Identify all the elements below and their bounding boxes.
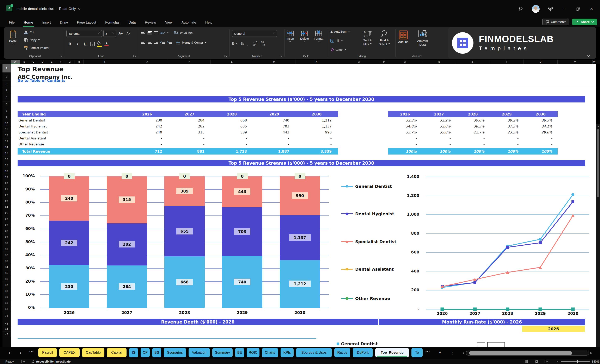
align-bottom-icon[interactable] <box>154 31 159 35</box>
chevron-down-icon[interactable] <box>348 31 350 33</box>
table-cell[interactable]: 655 <box>211 123 253 129</box>
pct-total-cell[interactable]: 100% <box>456 148 490 155</box>
table-total-label[interactable]: Total Revenue <box>18 148 126 155</box>
paste-button[interactable]: Paste <box>9 30 17 46</box>
table-cell[interactable]: 1,137 <box>295 123 338 129</box>
pct-header-2026[interactable]: 2026 <box>388 111 422 117</box>
horizontal-scroll-thumb[interactable] <box>469 351 572 355</box>
sheet-tab-captable[interactable]: CapTable <box>82 348 104 357</box>
table-total-cell[interactable]: 1,887 <box>253 148 295 155</box>
font-size-select[interactable]: 8 <box>103 30 116 37</box>
pct-cell[interactable]: 37.3% <box>490 123 524 129</box>
decrease-indent-icon[interactable] <box>160 40 165 45</box>
pct-cell[interactable]: 38.3% <box>456 123 490 129</box>
tab-overflow-icon[interactable]: ••• <box>425 350 430 354</box>
table-total-cell[interactable]: 1,713 <box>211 148 253 155</box>
sheet-tab-kpis[interactable]: KPIs <box>281 348 294 357</box>
tab-menu-icon[interactable]: ⋮ <box>450 350 454 355</box>
format-painter-icon[interactable] <box>24 46 28 50</box>
runrate-year-cell[interactable]: 2026 <box>522 326 585 332</box>
menu-page-layout[interactable]: Page Layout <box>77 19 96 26</box>
menu-home[interactable]: Home <box>24 19 33 26</box>
vertical-scroll-thumb[interactable] <box>597 129 599 197</box>
cut-icon[interactable] <box>24 30 28 34</box>
pct-cell[interactable]: 32.0% <box>422 123 456 129</box>
column-header-L[interactable]: L <box>211 60 253 64</box>
table-cell[interactable]: - <box>126 135 168 141</box>
increase-indent-icon[interactable] <box>167 40 172 45</box>
table-cell[interactable]: 668 <box>211 117 253 123</box>
orientation-icon[interactable]: ab <box>160 31 165 35</box>
pct-cell[interactable]: 35.8% <box>422 129 456 135</box>
pct-cell[interactable]: 33.7% <box>388 129 422 135</box>
comma-format-button[interactable]: , <box>247 42 249 46</box>
table-row-name[interactable]: General Dentist <box>18 117 126 123</box>
align-right-icon[interactable] <box>154 40 159 45</box>
comments-button[interactable]: Comments <box>542 18 569 25</box>
column-header-V[interactable]: V <box>558 60 592 64</box>
macro-record-icon[interactable] <box>21 359 25 364</box>
table-cell[interactable]: - <box>126 141 168 147</box>
wrap-text-icon[interactable]: ab <box>174 31 178 35</box>
increase-font-icon[interactable]: A˄ <box>118 30 124 36</box>
sheet-tab-be[interactable]: BE <box>235 348 244 357</box>
table-cell[interactable]: - <box>253 135 295 141</box>
sheet-tab-cf[interactable]: CF <box>141 348 150 357</box>
alignment-dialog-launcher[interactable] <box>225 55 227 57</box>
pct-total-cell[interactable]: 100% <box>490 148 524 155</box>
sheet-tab-summary[interactable]: Summary <box>212 348 233 357</box>
menu-review[interactable]: Review <box>145 19 156 26</box>
pct-header-2028[interactable]: 2028 <box>456 111 490 117</box>
gem-icon[interactable] <box>548 6 553 11</box>
table-cell[interactable]: - <box>211 141 253 147</box>
table-cell[interactable]: 240 <box>126 129 168 135</box>
pct-cell[interactable]: 36.3% <box>524 117 558 123</box>
new-sheet-button[interactable]: + <box>439 350 441 355</box>
pct-total-cell[interactable]: 100% <box>524 148 558 155</box>
pct-cell[interactable]: 23.5% <box>490 129 524 135</box>
table-cell[interactable]: 315 <box>168 129 211 135</box>
format-cells-button[interactable]: Format <box>314 29 323 43</box>
sheet-tab-capex[interactable]: CAPEX <box>59 348 80 357</box>
sheet-tab-valuation[interactable]: Valuation <box>188 348 210 357</box>
zoom-slider[interactable] <box>561 359 590 364</box>
toc-link[interactable]: Go to Table of Contents <box>18 79 65 83</box>
table-header-2026[interactable]: 2026 <box>126 111 168 117</box>
pct-cell[interactable]: - <box>422 135 456 141</box>
column-header-H[interactable]: H <box>75 60 84 64</box>
horizontal-scrollbar[interactable] <box>462 350 593 356</box>
delete-cells-button[interactable]: Delete <box>300 31 309 43</box>
align-top-icon[interactable] <box>141 31 146 35</box>
search-icon[interactable] <box>518 6 524 11</box>
sheet-tab-sources-uses[interactable]: Sources & Uses <box>296 348 332 357</box>
pct-cell[interactable]: - <box>456 135 490 141</box>
sheet-tab-top-revenue[interactable]: Top_Revenue <box>375 348 409 357</box>
user-avatar[interactable] <box>532 5 540 13</box>
column-header-I[interactable]: I <box>84 60 126 64</box>
minimize-button[interactable]: ─ <box>562 6 567 12</box>
pct-cell[interactable]: 32.2% <box>422 117 456 123</box>
autosum-button[interactable]: AutoSum <box>334 30 347 33</box>
column-header-U[interactable]: U <box>524 60 558 64</box>
pct-cell[interactable]: - <box>422 141 456 147</box>
menu-data[interactable]: Data <box>129 19 136 26</box>
pct-cell[interactable]: 34.0% <box>388 123 422 129</box>
bold-button[interactable]: B <box>67 41 73 47</box>
align-left-icon[interactable] <box>141 40 146 45</box>
table-row-name[interactable]: Dental Assistant <box>18 135 126 141</box>
pct-cell[interactable]: 39.0% <box>456 117 490 123</box>
pct-total-cell[interactable]: 100% <box>388 148 422 155</box>
page-break-view-icon[interactable] <box>544 359 548 364</box>
font-color-button[interactable]: A <box>104 42 109 46</box>
column-header-W[interactable]: W <box>592 60 596 64</box>
number-dialog-launcher[interactable] <box>280 55 282 57</box>
zoom-out-button[interactable]: − <box>557 359 558 364</box>
table-cell[interactable]: - <box>253 141 295 147</box>
sheet-tab-dupont[interactable]: DuPont <box>353 348 373 357</box>
tab-list-icon[interactable]: ••• <box>29 350 34 354</box>
tab-nav-right-icon[interactable]: › <box>20 350 21 355</box>
pct-cell[interactable]: - <box>490 141 524 147</box>
chevron-down-icon[interactable] <box>78 8 81 10</box>
decrease-font-icon[interactable]: A˅ <box>125 30 131 36</box>
analyze-data-button[interactable]: Analyze Data <box>417 29 428 46</box>
